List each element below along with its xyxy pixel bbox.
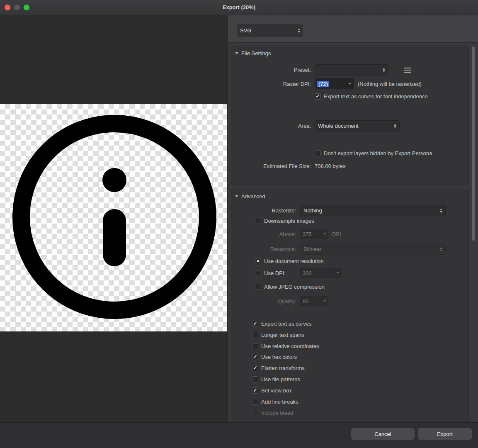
estimated-size-value: 708.00 bytes	[315, 163, 345, 169]
downsample-checkbox-row[interactable]: Downsample images	[255, 217, 314, 224]
checkbox[interactable]	[252, 321, 258, 327]
checkbox-label: Flatten transforms	[261, 365, 305, 371]
dropdown-arrow-icon[interactable]	[321, 297, 328, 306]
stepper-icon	[298, 29, 300, 33]
checkbox-label: Downsample images	[264, 218, 314, 224]
checkbox-label: Don't export layers hidden by Export Per…	[324, 150, 432, 156]
export-settings-panel: SVG File Settings Preset: Raster DPI: (7…	[227, 15, 478, 422]
section-title: File Settings	[241, 50, 271, 56]
radio-label: Use document resolution	[264, 258, 324, 264]
raster-dpi-value: (72)	[317, 81, 329, 87]
use-document-resolution-radio-row[interactable]: Use document resolution	[255, 258, 324, 264]
checkbox[interactable]	[255, 284, 261, 290]
option-checkbox-row[interactable]: Include bleed	[252, 409, 293, 416]
checkbox-label: Set view box	[261, 387, 292, 394]
checkbox[interactable]	[252, 365, 258, 371]
quality-combo[interactable]: 85	[300, 296, 328, 306]
preset-label: Preset:	[231, 67, 311, 73]
checkbox[interactable]	[315, 93, 321, 100]
export-dialog: Export (20%) SVG File Settings Preset:	[0, 0, 478, 448]
dropdown-arrow-icon[interactable]	[346, 79, 353, 89]
hidden-layers-checkbox-row[interactable]: Don't export layers hidden by Export Per…	[315, 150, 432, 156]
dropdown-arrow-icon[interactable]	[321, 229, 328, 239]
dropdown-arrow-icon[interactable]	[334, 268, 341, 278]
estimated-size-label: Estimated File Size:	[231, 163, 311, 169]
checkbox[interactable]	[315, 150, 321, 156]
checkbox[interactable]	[252, 332, 258, 338]
quality-label: Quality:	[231, 298, 296, 304]
advanced-header[interactable]: Advanced	[235, 193, 265, 200]
preset-row: Preset:	[231, 64, 468, 75]
file-settings-header[interactable]: File Settings	[235, 50, 271, 56]
estimated-size-row: Estimated File Size: 708.00 bytes	[231, 163, 468, 169]
use-dpi-radio-row[interactable]: Use DPI:	[255, 270, 286, 276]
preset-select[interactable]	[315, 64, 388, 75]
export-button[interactable]: Export	[418, 428, 472, 440]
use-dpi-value: 300	[301, 268, 334, 278]
stepper-icon	[440, 247, 442, 251]
checkbox[interactable]	[252, 343, 258, 349]
radio-button[interactable]	[255, 258, 261, 264]
above-combo[interactable]: 375	[300, 229, 328, 239]
above-suffix: DPI	[332, 231, 341, 237]
checkbox-label: Use hex colors	[261, 354, 297, 360]
checkbox[interactable]	[252, 376, 258, 382]
checkbox[interactable]	[252, 399, 258, 405]
area-select[interactable]: Whole document	[315, 120, 400, 131]
rasterize-select-value: Nothing	[303, 207, 437, 214]
section-title: Advanced	[241, 193, 265, 200]
resample-select[interactable]: Bilinear	[300, 243, 446, 255]
use-dpi-combo[interactable]: 300	[300, 268, 342, 278]
checkbox[interactable]	[255, 218, 261, 224]
stepper-icon	[383, 68, 385, 72]
radio-button[interactable]	[255, 270, 261, 276]
checkbox-label: Allow JPEG compression	[264, 284, 325, 290]
quality-row: Quality: 85	[231, 296, 468, 306]
export-curves-checkbox-row[interactable]: Export text as curves for font independe…	[315, 93, 428, 100]
checkbox[interactable]	[252, 387, 258, 394]
option-checkbox-row[interactable]: Add line breaks	[252, 398, 298, 405]
option-checkbox-row[interactable]: Longer text spans	[252, 331, 304, 338]
resample-select-value: Bilinear	[303, 246, 437, 252]
rasterize-select[interactable]: Nothing	[300, 205, 446, 216]
quality-value: 85	[301, 297, 321, 306]
raster-dpi-label: Raster DPI:	[231, 81, 311, 87]
checkbox[interactable]	[252, 410, 258, 416]
format-select-value: SVG	[240, 27, 295, 34]
option-checkbox-row[interactable]: Export text as curves	[252, 320, 311, 327]
checkbox-label: Use tile patterns	[261, 376, 300, 382]
cancel-button[interactable]: Cancel	[351, 428, 415, 440]
option-checkbox-row[interactable]: Use tile patterns	[252, 376, 300, 382]
above-row: Above: 375 DPI	[231, 229, 468, 239]
option-checkbox-row[interactable]: Flatten transforms	[252, 365, 305, 371]
document-preview	[0, 104, 227, 331]
footer-bar: Cancel Export	[0, 422, 478, 448]
option-checkbox-row[interactable]: Use hex colors	[252, 353, 297, 360]
raster-dpi-note: (Nothing will be rasterized)	[358, 81, 422, 87]
collapse-chevron-icon	[235, 52, 238, 54]
rasterize-row: Rasterize: Nothing	[231, 205, 468, 216]
area-label: Area:	[231, 123, 311, 129]
rasterize-label: Rasterize:	[231, 207, 296, 214]
format-select[interactable]: SVG	[237, 24, 303, 37]
scrollbar-thumb[interactable]	[472, 46, 475, 241]
jpeg-compression-checkbox-row[interactable]: Allow JPEG compression	[255, 283, 325, 290]
area-row: Area: Whole document	[231, 120, 468, 131]
option-checkbox-row[interactable]: Set view box	[252, 387, 292, 394]
window-title: Export (20%)	[0, 0, 478, 15]
titlebar: Export (20%)	[0, 0, 478, 15]
raster-dpi-combo[interactable]: (72)	[315, 78, 354, 89]
radio-label: Use DPI:	[264, 270, 286, 276]
advanced-section: Advanced Rasterize: Nothing Downsample i…	[231, 189, 469, 422]
checkbox-label: Add line breaks	[261, 399, 298, 405]
collapse-chevron-icon	[235, 195, 238, 197]
info-icon-artwork	[0, 104, 227, 331]
checkbox[interactable]	[252, 354, 258, 360]
checkbox-label: Include bleed	[261, 410, 293, 416]
preview-pane	[0, 15, 227, 422]
checkbox-label: Longer text spans	[261, 332, 304, 338]
preset-menu-icon[interactable]	[404, 68, 411, 68]
option-checkbox-row[interactable]: Use relative coordinates	[252, 343, 319, 349]
file-settings-section: File Settings Preset: Raster DPI: (72) (…	[231, 46, 469, 185]
checkbox-label: Export text as curves for font independe…	[324, 93, 428, 100]
